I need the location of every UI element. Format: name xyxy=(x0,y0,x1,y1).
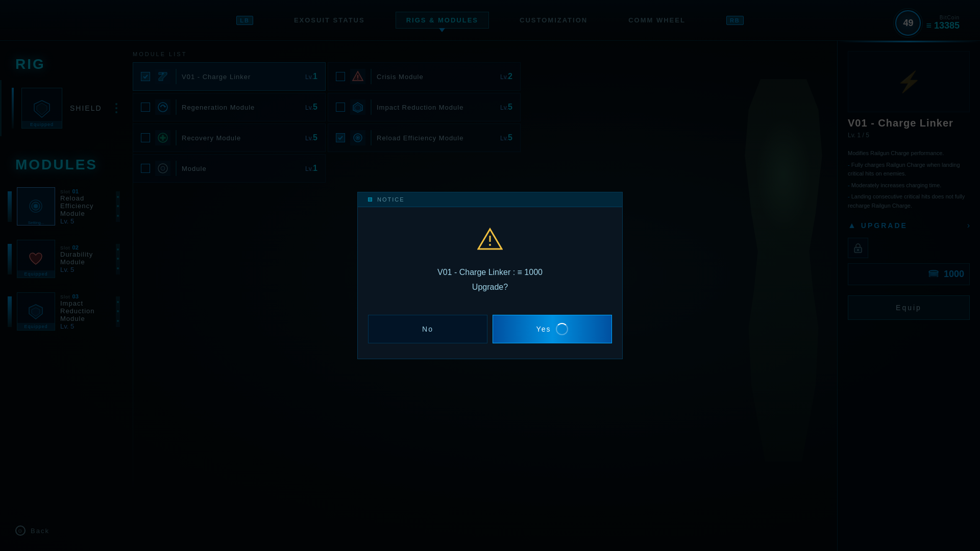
notice-indicator xyxy=(368,197,372,202)
dialog-no-button[interactable]: No xyxy=(368,315,487,343)
dialog-buttons: No Yes xyxy=(358,315,622,359)
notice-dialog: NOTICE V01 - Charge Linker : ≡ 1000 Upgr… xyxy=(357,192,623,360)
dialog-notice-bar: NOTICE xyxy=(358,192,622,207)
yes-spinner xyxy=(556,323,568,335)
yes-label: Yes xyxy=(536,325,551,333)
warning-icon xyxy=(477,228,503,255)
dialog-line1: V01 - Charge Linker : ≡ 1000 xyxy=(437,265,543,280)
dialog-content: V01 - Charge Linker : ≡ 1000 Upgrade? xyxy=(358,207,622,315)
dialog-line2: Upgrade? xyxy=(437,280,543,295)
svg-point-28 xyxy=(489,244,491,246)
dialog-message: V01 - Charge Linker : ≡ 1000 Upgrade? xyxy=(437,265,543,295)
notice-label: NOTICE xyxy=(377,196,405,203)
dialog-yes-button[interactable]: Yes xyxy=(493,315,612,343)
dialog-overlay: NOTICE V01 - Charge Linker : ≡ 1000 Upgr… xyxy=(0,0,980,551)
